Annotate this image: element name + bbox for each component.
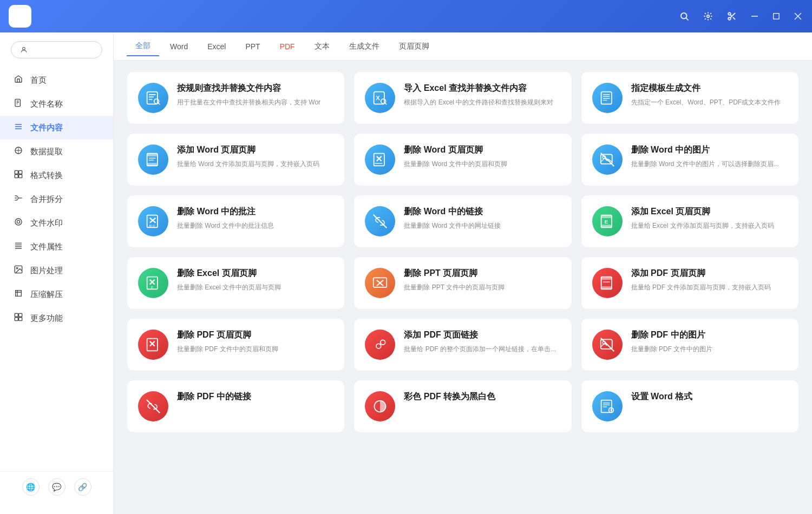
- card-title: 添加 Word 页眉页脚: [177, 144, 333, 156]
- search-icon[interactable]: [678, 10, 691, 23]
- tab-ppt[interactable]: PPT: [237, 38, 269, 55]
- card-desc: 批量给 Word 文件添加页眉与页脚，支持嵌入页码: [177, 159, 333, 169]
- card-icon: [138, 83, 168, 113]
- titlebar: [0, 0, 812, 32]
- svg-text:E: E: [151, 286, 154, 289]
- card-title: 添加 Excel 页眉页脚: [631, 206, 788, 218]
- card-icon: [138, 330, 168, 360]
- card-card18[interactable]: 设置 Word 格式: [581, 380, 799, 433]
- tab-headerfoot[interactable]: 页眉页脚: [390, 37, 438, 56]
- card-card5[interactable]: 删除 Word 页眉页脚批量删除 Word 文件中的页眉和页脚: [353, 133, 572, 186]
- browser-icon[interactable]: 🌐: [22, 478, 40, 496]
- card-card12[interactable]: 添加 PDF 页眉页脚批量给 PDF 文件添加页眉与页脚，支持嵌入页码: [581, 256, 799, 309]
- card-text: 删除 Word 中的批注批量删除 Word 文件中的批注信息: [177, 206, 333, 230]
- svg-point-0: [681, 13, 687, 19]
- sidebar-item-compress[interactable]: 压缩解压: [0, 282, 113, 306]
- card-card9[interactable]: E添加 Excel 页眉页脚批量给 Excel 文件添加页眉与页脚，支持嵌入页码: [581, 195, 799, 248]
- minimize-button[interactable]: [749, 11, 760, 22]
- card-card2[interactable]: X导入 Excel 查找并替换文件内容根据导入的 Excel 中的文件路径和查找…: [353, 71, 572, 124]
- card-icon: E: [592, 206, 623, 236]
- card-card13[interactable]: 删除 PDF 页眉页脚批量删除 PDF 文件中的页眉和页脚: [127, 318, 345, 371]
- sidebar-item-mergesplit[interactable]: 合并拆分: [0, 187, 113, 211]
- card-desc: 根据导入的 Excel 中的文件路径和查找替换规则来对: [404, 97, 560, 107]
- file-icon: [13, 98, 24, 109]
- card-card1[interactable]: 按规则查找并替换文件内容用于批量在文件中查找并替换相关内容，支持 Wor: [127, 71, 345, 124]
- svg-line-99: [147, 400, 160, 413]
- sidebar-item-dataextract[interactable]: 数据提取: [0, 140, 113, 163]
- card-text: 导入 Excel 查找并替换文件内容根据导入的 Excel 中的文件路径和查找替…: [404, 83, 560, 107]
- tab-word[interactable]: Word: [161, 38, 197, 55]
- svg-line-74: [374, 215, 387, 228]
- sidebar-item-watermark[interactable]: 文件水印: [0, 211, 113, 235]
- card-icon: [138, 144, 168, 175]
- card-card16[interactable]: 删除 PDF 中的链接: [127, 380, 345, 433]
- sidebar-item-more[interactable]: 更多功能: [0, 306, 113, 330]
- sidebar-item-imgprocess[interactable]: 图片处理: [0, 259, 113, 282]
- card-title: 添加 PDF 页眉页脚: [631, 268, 788, 279]
- card-icon: [365, 206, 395, 236]
- tab-text[interactable]: 文本: [306, 37, 338, 56]
- card-card10[interactable]: E删除 Excel 页眉页脚批量删除 Excel 文件中的页眉与页脚: [127, 256, 345, 309]
- sidebar-item-filename[interactable]: 文件名称: [0, 92, 113, 116]
- card-card8[interactable]: 删除 Word 中的链接批量删除 Word 文件中的网址链接: [353, 195, 572, 248]
- tab-genfile[interactable]: 生成文件: [340, 37, 388, 56]
- svg-rect-76: [601, 215, 611, 218]
- card-text: 彩色 PDF 转换为黑白色: [404, 391, 560, 406]
- sidebar-item-fileprops[interactable]: 文件属性: [0, 235, 113, 259]
- card-text: 添加 PDF 页眉页脚批量给 PDF 文件添加页眉与页脚，支持嵌入页码: [631, 268, 788, 292]
- card-card14[interactable]: 添加 PDF 页面链接批量给 PDF 的整个页面添加一个网址链接，在单击...: [353, 318, 572, 371]
- watermark-icon: [13, 218, 24, 228]
- chat-icon[interactable]: 💬: [48, 478, 66, 496]
- card-title: 按规则查找并替换文件内容: [177, 83, 333, 94]
- card-icon: [365, 268, 395, 298]
- svg-line-1: [686, 18, 688, 20]
- settings-icon[interactable]: [702, 10, 715, 23]
- card-card15[interactable]: 删除 PDF 中的图片批量删除 PDF 文件中的图片: [581, 318, 799, 371]
- compress-icon: [13, 289, 24, 300]
- home-icon: [13, 75, 24, 85]
- card-desc: 批量删除 Word 文件中的图片，可以选择删除页眉...: [631, 159, 788, 169]
- card-card17[interactable]: 彩色 PDF 转换为黑白色: [353, 380, 572, 433]
- card-desc: 批量删除 Word 文件中的批注信息: [177, 221, 333, 230]
- svg-rect-87: [601, 277, 611, 280]
- card-card7[interactable]: 批注删除 Word 中的批注批量删除 Word 文件中的批注信息: [127, 195, 345, 248]
- share-icon[interactable]: 🔗: [74, 478, 91, 496]
- tab-all[interactable]: 全部: [127, 37, 159, 56]
- card-icon: X: [365, 83, 395, 113]
- close-button[interactable]: [793, 11, 803, 22]
- card-icon: [138, 391, 168, 421]
- tab-pdf[interactable]: PDF: [271, 38, 304, 55]
- card-card6[interactable]: 删除 Word 中的图片批量删除 Word 文件中的图片，可以选择删除页眉...: [581, 133, 799, 186]
- sidebar-item-formatconvert[interactable]: 格式转换: [0, 163, 113, 187]
- sidebar-item-label: 压缩解压: [30, 289, 63, 300]
- tab-excel[interactable]: Excel: [199, 38, 234, 55]
- sidebar-item-label: 合并拆分: [30, 194, 63, 205]
- card-icon: [365, 144, 395, 175]
- svg-rect-101: [601, 400, 611, 413]
- sidebar-item-label: 首页: [30, 75, 47, 85]
- card-card11[interactable]: 删除 PPT 页眉页脚批量删除 PPT 文件中的页眉与页脚: [353, 256, 572, 309]
- scissors-icon[interactable]: [725, 10, 738, 23]
- svg-rect-53: [601, 92, 611, 104]
- svg-text:批注: 批注: [149, 224, 155, 228]
- maximize-button[interactable]: [771, 11, 782, 22]
- card-title: 删除 Excel 页眉页脚: [177, 268, 333, 279]
- convert-icon: [13, 170, 24, 181]
- login-button[interactable]: [11, 41, 102, 58]
- data-icon: [13, 146, 24, 157]
- sidebar-item-home[interactable]: 首页: [0, 68, 113, 92]
- svg-rect-39: [15, 313, 18, 317]
- card-card3[interactable]: 指定模板生成文件先指定一个 Excel、Word、PPT、PDF或文本文件作: [581, 71, 799, 124]
- card-text: 添加 PDF 页面链接批量给 PDF 的整个页面添加一个网址链接，在单击...: [404, 330, 560, 354]
- card-icon: [592, 330, 623, 360]
- card-icon: [365, 330, 395, 360]
- card-desc: 批量给 Excel 文件添加页眉与页脚，支持嵌入页码: [631, 221, 788, 230]
- card-desc: 批量删除 Excel 文件中的页眉与页脚: [177, 282, 333, 292]
- sidebar-item-filecontent[interactable]: 文件内容: [0, 116, 113, 140]
- cards-area: 按规则查找并替换文件内容用于批量在文件中查找并替换相关内容，支持 WorX导入 …: [114, 61, 812, 514]
- card-desc: 批量给 PDF 文件添加页眉与页脚，支持嵌入页码: [631, 282, 788, 292]
- sidebar-item-label: 文件名称: [30, 99, 63, 109]
- card-icon: 批注: [138, 206, 168, 236]
- card-desc: 用于批量在文件中查找并替换相关内容，支持 Wor: [177, 97, 333, 107]
- card-card4[interactable]: 添加 Word 页眉页脚批量给 Word 文件添加页眉与页脚，支持嵌入页码: [127, 133, 345, 186]
